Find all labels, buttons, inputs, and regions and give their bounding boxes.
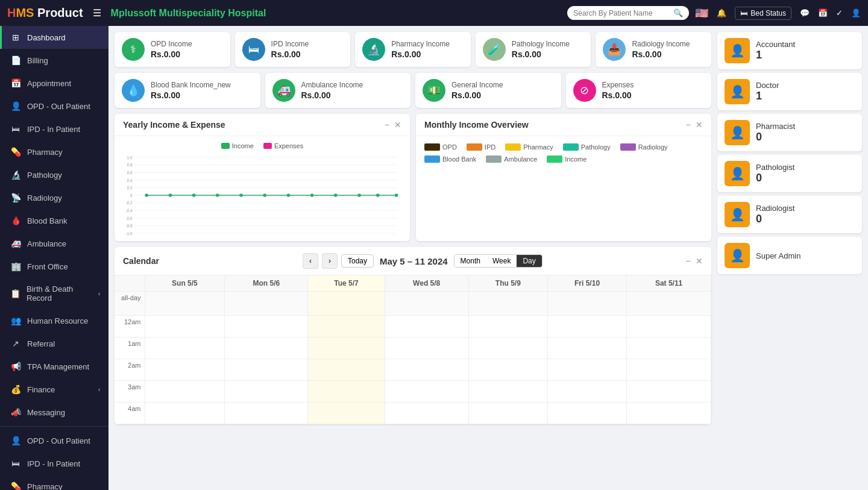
calendar-prev-btn[interactable]: ‹ <box>303 253 318 269</box>
pharmacy-income-label: Pharmacy Income <box>391 40 464 48</box>
ml-bloodbank-dot <box>424 155 440 163</box>
calendar-view-buttons: Month Week Day <box>454 254 542 268</box>
avatar-icon[interactable]: 👤 <box>851 8 861 17</box>
sidebar-label-messaging: Messaging <box>27 408 65 417</box>
calendar-panel: Calendar ‹ › Today May 5 – 11 2024 Month… <box>115 247 711 424</box>
search-bar[interactable]: 🔍 <box>567 6 689 20</box>
svg-point-25 <box>216 193 219 197</box>
opd-icon: 👤 <box>10 101 21 111</box>
calendar-today-btn[interactable]: Today <box>341 254 374 268</box>
sidebar-item-pharmacy2[interactable]: 💊 Pharmacy <box>0 475 108 490</box>
calendar-next-btn[interactable]: › <box>322 253 338 269</box>
notification-icon[interactable]: 🔔 <box>717 8 726 17</box>
sidebar-label-humanresource: Human Resource <box>27 316 88 325</box>
slot-3am-tue <box>308 381 385 403</box>
sidebar-item-frontoffice[interactable]: 🏢 Front Office <box>0 255 108 278</box>
income-card-expenses: ⊘ Expenses Rs.0.00 <box>566 73 712 108</box>
calendar-grid: Sun 5/5 Mon 5/6 Tue 5/7 Wed 5/8 Thu 5/9 … <box>115 275 711 424</box>
dashboard-icon: ⊞ <box>10 33 21 42</box>
sidebar-item-humanresource[interactable]: 👥 Human Resource <box>0 309 108 332</box>
messaging-icon: 📣 <box>10 407 21 417</box>
bloodbank-income-label: Blood Bank Income_new <box>151 81 253 89</box>
ipd-income-label: IPD Income <box>271 40 344 48</box>
cal-day-sun: Sun 5/5 <box>145 275 225 292</box>
monthly-close-btn[interactable]: ✕ <box>696 120 703 130</box>
sidebar-item-ipd[interactable]: 🛏 IPD - In Patient <box>0 118 108 140</box>
calendar-4am-row: 4am <box>115 403 711 424</box>
sidebar-item-messaging[interactable]: 📣 Messaging <box>0 401 108 424</box>
legend-income-dot <box>221 143 230 149</box>
sidebar-label-dashboard: Dashboard <box>27 33 66 42</box>
sidebar-divider <box>0 426 108 427</box>
ml-ipd: IPD <box>467 143 495 151</box>
yearly-chart-body: Income Expenses 1.0 0.8 0.6 <box>115 136 410 241</box>
sidebar-item-ipd2[interactable]: 🛏 IPD - In Patient <box>0 452 108 475</box>
whatsapp-icon[interactable]: 💬 <box>800 8 810 17</box>
ml-bloodbank: Blood Bank <box>424 155 476 163</box>
time-2am: 2am <box>115 359 145 381</box>
allday-sun <box>145 292 225 316</box>
sidebar-item-ambulance[interactable]: 🚑 Ambulance <box>0 232 108 255</box>
cal-day-tue: Tue 5/7 <box>308 275 385 292</box>
language-flag[interactable]: 🇺🇸 <box>695 7 708 20</box>
sidebar-item-opd2[interactable]: 👤 OPD - Out Patient <box>0 429 108 452</box>
svg-text:0.4: 0.4 <box>127 178 133 183</box>
staff-card-accountant: 👤 Accountant 1 <box>717 32 862 69</box>
monthly-minimize-btn[interactable]: − <box>686 120 691 130</box>
check-header-icon[interactable]: ✓ <box>836 8 843 17</box>
pathology-income-icon: 🧪 <box>483 38 506 61</box>
general-income-label: General Income <box>451 81 554 89</box>
sidebar-item-referral[interactable]: ↗ Referral <box>0 332 108 355</box>
calendar-nav: ‹ › Today <box>303 253 374 269</box>
doctor-icon: 👤 <box>725 79 750 104</box>
sidebar-item-billing[interactable]: 📄 Billing <box>0 49 108 72</box>
opd-income-value: Rs.0.00 <box>151 49 223 59</box>
sidebar-item-opd[interactable]: 👤 OPD - Out Patient <box>0 95 108 118</box>
radiologist-count: 0 <box>756 213 794 225</box>
search-input[interactable] <box>573 9 670 17</box>
bloodbank-icon: 🩸 <box>10 216 21 225</box>
staff-card-pathologist: 👤 Pathologist 0 <box>717 155 862 192</box>
svg-point-30 <box>334 193 338 197</box>
radiology-income-label: Radiology Income <box>632 40 704 48</box>
income-card-ipd: 🛏 IPD Income Rs.0.00 <box>235 32 351 67</box>
yearly-chart-header: Yearly Income & Expense − ✕ <box>115 114 410 136</box>
svg-point-26 <box>239 193 243 197</box>
referral-icon: ↗ <box>10 339 21 348</box>
ml-pathology-label: Pathology <box>581 143 611 151</box>
calendar-week-btn[interactable]: Week <box>486 255 517 267</box>
calendar-header-icon[interactable]: 📅 <box>818 8 828 17</box>
income-card-ambulance: 🚑 Ambulance Income Rs.0.00 <box>265 73 411 108</box>
pathology-income-label: Pathology Income <box>512 40 584 48</box>
chevron-right-icon: › <box>98 291 100 297</box>
sidebar-item-birthdeathrecord[interactable]: 📋 Birth & Death Record › <box>0 278 108 309</box>
hamburger-icon[interactable]: ☰ <box>93 7 101 19</box>
ml-income-label: Income <box>565 155 587 163</box>
yearly-chart-panel: Yearly Income & Expense − ✕ Income <box>115 114 410 241</box>
calendar-month-btn[interactable]: Month <box>454 255 486 267</box>
sidebar-item-appointment[interactable]: 📅 Appointment <box>0 72 108 95</box>
cal-day-thu: Thu 5/9 <box>468 275 547 292</box>
calendar-day-btn[interactable]: Day <box>517 255 541 267</box>
sidebar-item-dashboard[interactable]: ⊞ Dashboard <box>0 26 108 49</box>
sidebar-item-pharmacy[interactable]: 💊 Pharmacy <box>0 140 108 163</box>
sidebar-item-tpa[interactable]: 📢 TPA Management <box>0 355 108 378</box>
expenses-icon: ⊘ <box>573 79 596 102</box>
yearly-chart-title: Yearly Income & Expense <box>123 120 225 130</box>
legend-income-label: Income <box>232 142 254 149</box>
sidebar-item-radiology[interactable]: 📡 Radiology <box>0 186 108 209</box>
income-card-radiology: 📥 Radiology Income Rs.0.00 <box>596 32 711 67</box>
calendar-minimize-btn[interactable]: − <box>686 256 691 266</box>
ambulance-icon: 🚑 <box>10 239 21 248</box>
bed-status-button[interactable]: 🛏 Bed Status <box>735 7 791 20</box>
sidebar-label-tpa: TPA Management <box>27 362 89 371</box>
sidebar-item-finance[interactable]: 💰 Finance › <box>0 378 108 401</box>
calendar-close-btn[interactable]: ✕ <box>696 256 703 266</box>
allday-label: all-day <box>115 292 145 316</box>
sidebar-item-pathology[interactable]: 🔬 Pathology <box>0 163 108 186</box>
yearly-minimize-btn[interactable]: − <box>385 120 389 130</box>
superadmin-info: Super Admin <box>756 251 800 260</box>
sidebar-item-bloodbank[interactable]: 🩸 Blood Bank <box>0 209 108 232</box>
yearly-close-btn[interactable]: ✕ <box>394 120 401 130</box>
slot-2am-thu <box>468 359 547 381</box>
